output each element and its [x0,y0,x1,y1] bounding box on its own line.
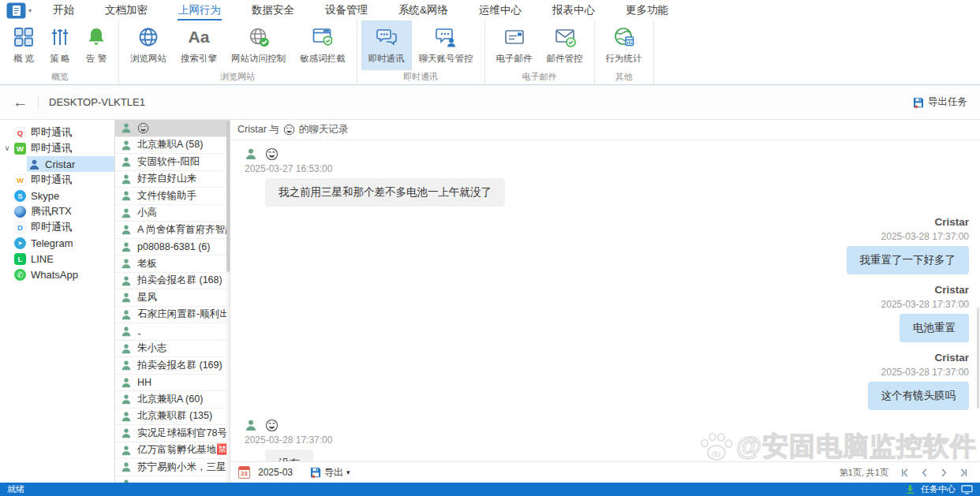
contact-list-item[interactable]: 拍卖会报名群 (169) [115,357,230,375]
sidebar-item[interactable]: ∨ W 即时通讯 [0,172,114,188]
ribbon-item-alert[interactable]: 告 警 [78,21,114,70]
contact-list-item[interactable]: 星风 [115,289,230,307]
month-selector[interactable]: 2025-03 [258,467,293,478]
sidebar-item[interactable]: ∨ 腾讯RTX [0,203,114,219]
contact-list-item[interactable]: p08088-6381 (6) [115,239,230,256]
ribbon-item-browse-website[interactable]: 浏览网站 [123,21,174,70]
sidebar-item[interactable]: ∨ Cristar [0,156,114,172]
ribbon-group-label: 电子邮件 [485,70,594,84]
ribbon-item-search-engine[interactable]: Aa 搜索引擎 [174,21,224,70]
calendar-icon[interactable]: 23 [238,466,250,479]
ribbon-item-website-access-control[interactable]: 网站访问控制 [224,21,293,70]
chat-panel: Cristar 与 的聊天记录 😁 2025-03-27 16:53:00 我之… [230,120,980,483]
menu-item[interactable]: 报表中心 [552,1,596,21]
contact-list-item[interactable]: 亿万富翁孵化基地🈲广 (3... [115,442,230,460]
app-icon: Q [14,127,26,139]
person-icon [121,275,132,286]
next-page-button[interactable] [937,467,951,479]
contact-list-item[interactable]: 老板 [115,255,230,273]
sidebar-item[interactable]: ∨ ➤ Telegram [0,235,114,251]
contact-list-item[interactable]: 。 [115,323,230,341]
ribbon-item-instant-messaging[interactable]: 即时通讯 [361,21,412,70]
status-text: 就绪 [7,483,24,495]
first-page-button[interactable] [898,467,911,479]
prev-page-button[interactable] [918,467,931,479]
menu-item[interactable]: 开始 [52,1,75,21]
message-sender: Cristar [934,284,969,296]
contacts-scrollbar-thumb[interactable] [226,120,230,272]
contact-name: 小高 [137,206,157,219]
contact-list-item[interactable]: 石家庄闲置群-顺利出闲置 (... [115,307,230,324]
ribbon-item-overview[interactable]: 概 览 [6,21,42,70]
menu-item[interactable]: 数据安全 [251,1,295,21]
menu-item[interactable]: 文档加密 [104,1,148,21]
chat-header-prefix: Cristar 与 [238,123,279,136]
ribbon-item-label: 概 览 [13,53,34,65]
message-bubble: 我之前用三星和那个差不多电池一上午就没了 [265,178,505,207]
sidebar-item[interactable]: ∨ Q 即时通讯 [0,125,114,140]
ribbon-item-policy[interactable]: 策 略 [42,21,78,70]
contact-list-item[interactable]: 安固软件-阳阳 [115,154,230,171]
menu-item[interactable]: 系统&网络 [398,1,449,21]
contact-list-item[interactable] [115,476,230,483]
menu-item[interactable]: 运维中心 [478,1,522,21]
contact-list-item[interactable]: 😁 [115,120,230,137]
sidebar-item[interactable]: ∨ S Skype [0,188,114,203]
chat-scrollbar-thumb[interactable] [977,308,979,408]
expand-arrow-icon[interactable]: ∨ [2,144,13,152]
last-page-button[interactable] [957,467,971,479]
chevron-down-icon: ▾ [28,7,32,14]
sidebar-item[interactable]: ∨ D 即时通讯 [0,219,114,235]
message-bubble: 这个有镜头膜吗 [868,382,970,410]
ribbon-item-behavior-stats[interactable]: 行为统计 [599,21,649,70]
contact-list-item[interactable]: 北京兼职群 (135) [115,408,230,426]
contact-list-item[interactable]: 北京兼职A (60) [115,391,230,408]
sidebar-item-label: 腾讯RTX [31,204,72,218]
sidebar-item[interactable]: ∨ ✆ WhatsApp [0,267,114,282]
sidebar-item[interactable]: ∨ L LINE [0,251,114,267]
contact-list-item[interactable]: 实况足球福利官78号 [115,425,230,442]
app-menu-button[interactable]: ▾ [6,2,32,19]
contact-list-item[interactable]: 苏宁易购小米，三星荟聚购... [115,459,230,476]
contact-list-item[interactable]: A 尚舍体育首府齐智超 [115,222,230,239]
export-button[interactable]: 导出 ▾ [310,466,350,479]
last-page-icon [959,468,968,477]
contact-list-item[interactable]: 拍卖会报名群 (168) [115,273,230,290]
person-icon [121,427,132,438]
app-icon: ✆ [14,269,26,281]
message-timestamp: 2025-03-28 17:37:00 [245,434,980,446]
export-task-button[interactable]: 导出任务 [913,95,967,109]
contact-list-item[interactable]: 文件传输助手 [115,188,230,205]
person-icon [121,207,132,218]
ribbon-item-sensitive-word-block[interactable]: 敏感词拦截 [293,21,353,70]
divider [38,96,39,109]
ribbon-item-email-control[interactable]: 邮件管控 [540,21,590,70]
contacts-scrollbar-track[interactable] [226,120,230,483]
grin-emoji-icon [265,147,279,161]
person-icon [121,241,132,252]
ribbon-item-email[interactable]: 电子邮件 [489,21,540,70]
person-icon [121,343,132,354]
monitor-icon[interactable] [961,485,973,494]
contact-name: 好茶自好山来 [137,172,196,185]
back-button[interactable]: ← [13,95,28,110]
export-label: 导出 [324,466,343,479]
app-icon: L [14,253,26,265]
contact-list-item[interactable]: 朱小志 [115,341,230,358]
ribbon-item-chat-account-control[interactable]: 聊天账号管控 [412,21,481,70]
contact-list-item[interactable]: 北京兼职A (58) [115,137,230,155]
contact-list-item[interactable]: HH [115,375,230,392]
contact-list-item[interactable]: 小高 [115,205,230,222]
sidebar-item-label: Skype [31,190,59,202]
contact-name: 石家庄闲置群-顺利出闲置 (... [137,308,230,321]
person-icon [121,393,132,405]
grin-emoji-icon [137,122,149,134]
menu-item[interactable]: 更多功能 [625,1,669,21]
menu-item[interactable]: 设备管理 [324,1,368,21]
contact-list-item[interactable]: 好茶自好山来 [115,171,230,188]
menu-item[interactable]: 上网行为 [178,1,222,21]
sidebar-item-label: 即时通讯 [31,141,72,155]
task-center-link[interactable]: 任务中心 [921,483,956,495]
sidebar-item[interactable]: ∨ W 即时通讯 [0,140,114,156]
export-icon [310,467,321,478]
